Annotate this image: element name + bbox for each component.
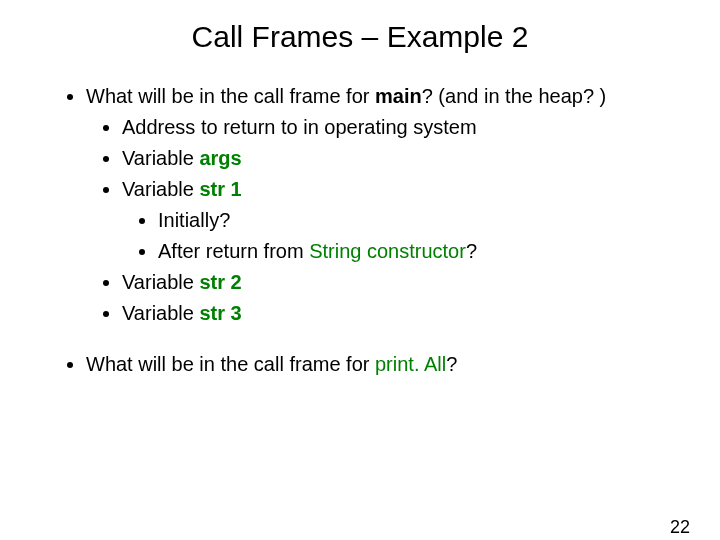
bullet-initially: Initially? [158,206,680,235]
text: Variable [122,302,199,324]
text: Variable [122,271,199,293]
text: ? (and in the heap? ) [422,85,607,107]
code-args: args [199,147,241,169]
text: Variable [122,178,199,200]
bullet-var-str2: Variable str 2 [122,268,680,297]
bullet-var-str3: Variable str 3 [122,299,680,328]
code-str2: str 2 [199,271,241,293]
slide-body: What will be in the call frame for main?… [60,82,680,379]
text: Variable [122,147,199,169]
text: ? [446,353,457,375]
bullet-var-args: Variable args [122,144,680,173]
bullet-return-address: Address to return to in operating system [122,113,680,142]
bullet-main-question: What will be in the call frame for main?… [86,82,680,328]
slide-title: Call Frames – Example 2 [0,20,720,54]
code-main: main [375,85,422,107]
text: ? [466,240,477,262]
text: What will be in the call frame for [86,85,375,107]
page-number: 22 [670,517,690,538]
text: After return from [158,240,309,262]
bullet-var-str1: Variable str 1 Initially? After return f… [122,175,680,266]
code-printall: print. All [375,353,446,375]
bullet-after-return: After return from String constructor? [158,237,680,266]
text: What will be in the call frame for [86,353,375,375]
code-str1: str 1 [199,178,241,200]
code-str3: str 3 [199,302,241,324]
slide: Call Frames – Example 2 What will be in … [0,20,720,540]
code-string-constructor: String constructor [309,240,466,262]
spacer [60,330,680,348]
bullet-printall-question: What will be in the call frame for print… [86,350,680,379]
